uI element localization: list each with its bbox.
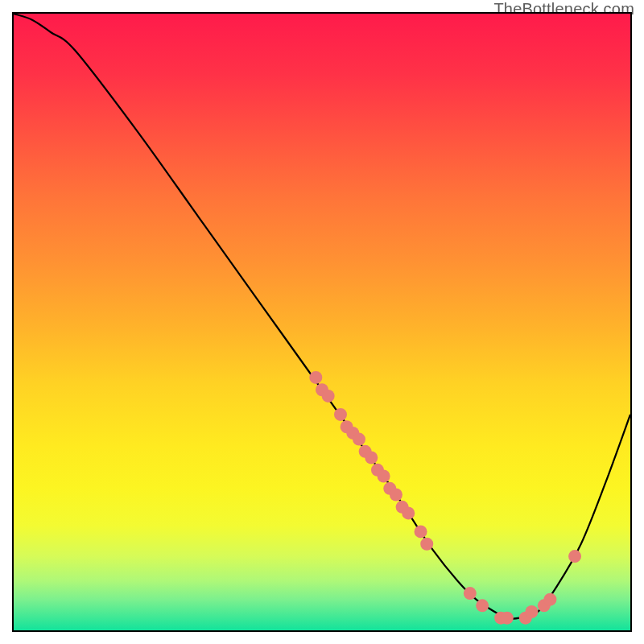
data-point [365, 452, 378, 464]
data-point [543, 593, 556, 606]
data-point [415, 525, 427, 538]
data-point [402, 506, 415, 519]
chart-container: TheBottleneck.com [0, 0, 644, 644]
data-point [476, 599, 489, 612]
data-point [334, 408, 347, 421]
data-point [501, 612, 514, 625]
data-point [390, 488, 402, 501]
gradient-background [14, 14, 630, 630]
data-point [464, 587, 477, 600]
data-point [378, 470, 390, 483]
data-point [525, 605, 538, 618]
data-point [568, 550, 581, 563]
chart-svg [14, 14, 630, 630]
data-point [420, 538, 433, 551]
data-point [322, 390, 335, 402]
data-point [353, 433, 365, 446]
plot-area [12, 12, 632, 632]
data-point [309, 371, 322, 384]
